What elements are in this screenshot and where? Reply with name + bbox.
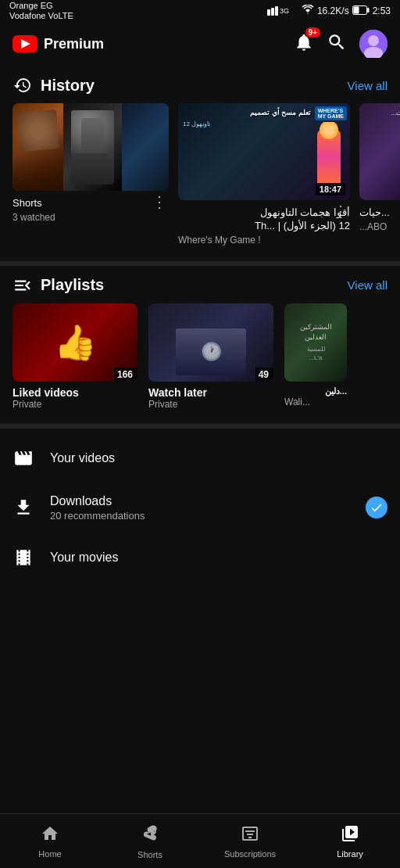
liked-title: Liked videos [12, 386, 138, 399]
history-header: History View all [0, 75, 400, 103]
nav-shorts[interactable]: Shorts [100, 817, 200, 866]
video-title2: 12 (الجزء الأول) | ...Th [178, 220, 350, 233]
playlists-icon [12, 275, 33, 296]
liked-count: 166 [114, 368, 138, 382]
signal-icon: 3G [267, 5, 298, 18]
watch-later-subtitle: Private [148, 399, 273, 410]
watch-later-info: Watch later Private [148, 382, 273, 411]
svg-rect-1 [271, 8, 274, 16]
video-thumbnail: تعلم مسح أي تصميم تاونهول 12 WHERE'SMY G… [178, 103, 350, 200]
downloads-check [366, 497, 388, 518]
your-movies-icon [12, 547, 34, 569]
your-videos-icon [12, 447, 34, 469]
svg-rect-6 [353, 6, 359, 13]
watch-later-title: Watch later [148, 386, 273, 399]
menu-section: Your videos Downloads 20 recommendations [0, 429, 400, 587]
duration-badge: 18:47 [316, 183, 345, 195]
liked-thumb: 👍 166 [12, 303, 138, 382]
time-display: 2:53 [373, 5, 391, 16]
history-title: History [41, 77, 95, 95]
speed-text: 16.2K/s [317, 5, 349, 16]
watch-later-thumb: 🕐 49 [148, 303, 273, 382]
video-title-overlay: تعلم مسح أي تصميم [183, 108, 311, 118]
arabic-playlist-card[interactable]: المشتركين العدلين للمسية L'a... ...دلين … [284, 303, 347, 411]
avatar[interactable] [359, 30, 388, 58]
system-status: 3G 16.2K/s 2:53 [267, 5, 391, 18]
video-channel: Where's My Game ! [178, 235, 350, 246]
svg-rect-5 [367, 8, 370, 13]
notification-bell[interactable]: 9+ [294, 32, 314, 56]
video-title: أقوا هجمات التاونهول [178, 206, 350, 220]
logo-area: Premium [12, 35, 104, 52]
arabic-playlist-thumb: المشتركين العدلين للمسية L'a... [284, 303, 347, 382]
notification-count: 9+ [305, 27, 320, 38]
youtube-logo [12, 35, 38, 52]
shorts-watched: 3 watched [12, 212, 169, 223]
playlists-view-all[interactable]: View all [348, 278, 388, 292]
nav-library[interactable]: Library [300, 818, 400, 865]
watch-later-count: 49 [255, 368, 273, 382]
nav-home[interactable]: Home [0, 818, 100, 865]
your-movies-label: Your movies [50, 551, 388, 565]
downloads-label: Downloads [50, 494, 350, 508]
shorts-icon [140, 823, 160, 847]
liked-videos-card[interactable]: 👍 166 Liked videos Private [12, 303, 138, 411]
nav-home-label: Home [38, 849, 61, 859]
shorts-thumbnail [12, 103, 169, 191]
svg-point-8 [368, 35, 379, 46]
bottom-nav: Home Shorts Subscriptions Library [0, 813, 400, 868]
search-icon [327, 32, 347, 52]
downloads-icon [12, 497, 34, 518]
partial-video-card[interactable]: حيات... حيات... ...ABO [359, 103, 400, 249]
watch-later-card[interactable]: 🕐 49 Watch later Private [148, 303, 273, 411]
arabic-playlist-info: ...دلين Wali... [284, 382, 347, 409]
playlists-title: Playlists [41, 276, 104, 294]
video-more-btn[interactable]: ⋮ [328, 200, 353, 222]
downloads-text: Downloads 20 recommendations [50, 494, 350, 522]
svg-text:3G: 3G [280, 7, 289, 15]
shorts-card-info: ⋮ Shorts 3 watched [12, 191, 169, 226]
playlists-header: Playlists View all [0, 275, 400, 303]
arabic-title: ...دلين [284, 386, 347, 396]
app-name: Premium [44, 36, 104, 52]
your-videos-item[interactable]: Your videos [0, 435, 400, 482]
history-icon [12, 75, 33, 95]
video-card[interactable]: تعلم مسح أي تصميم تاونهول 12 WHERE'SMY G… [178, 103, 350, 249]
home-icon [41, 824, 59, 846]
shorts-more-btn[interactable]: ⋮ [147, 191, 172, 213]
wifi-icon [302, 5, 314, 18]
search-button[interactable] [327, 32, 347, 56]
thumbs-up-icon: 👍 [54, 322, 97, 363]
svg-rect-2 [275, 6, 278, 16]
shorts-title: Shorts [12, 197, 169, 210]
nav-subscriptions[interactable]: Subscriptions [200, 818, 300, 865]
battery-icon [352, 5, 370, 17]
shorts-frame-2 [63, 103, 122, 191]
arabic-playlist-bg: المشتركين العدلين للمسية L'a... [284, 303, 347, 382]
history-view-all[interactable]: View all [348, 79, 388, 92]
your-movies-item[interactable]: Your movies [0, 534, 400, 581]
header-icons: 9+ [294, 30, 388, 58]
shorts-card[interactable]: ⋮ Shorts 3 watched [12, 103, 169, 249]
nav-library-label: Library [337, 849, 363, 859]
carrier-info: Orange EG Vodafone VoLTE [9, 1, 73, 21]
history-title-wrap: History [12, 75, 95, 95]
liked-subtitle: Private [12, 399, 138, 410]
playlists-title-wrap: Playlists [12, 275, 104, 296]
history-scroll: ⋮ Shorts 3 watched تعلم مسح أي تصميم تاو… [0, 103, 400, 249]
partial-title: حيات... [359, 206, 400, 220]
playlists-section: Playlists View all 👍 166 Liked videos Pr… [0, 266, 400, 411]
library-icon [341, 824, 359, 846]
video-card-info: ⋮ أقوا هجمات التاونهول 12 (الجزء الأول) … [178, 200, 350, 249]
partial-video-thumb: حيات... [359, 103, 400, 200]
bottom-spacer [0, 587, 400, 650]
arabic-subtitle: Wali... [284, 396, 347, 407]
liked-info: Liked videos Private [12, 382, 138, 411]
app-header: Premium 9+ [0, 22, 400, 66]
svg-rect-0 [267, 9, 270, 16]
shorts-frame-1 [12, 103, 63, 191]
nav-subscriptions-label: Subscriptions [224, 849, 276, 859]
partial-card-info: حيات... ...ABO [359, 200, 400, 235]
your-videos-label: Your videos [50, 451, 388, 465]
downloads-item[interactable]: Downloads 20 recommendations [0, 482, 400, 534]
